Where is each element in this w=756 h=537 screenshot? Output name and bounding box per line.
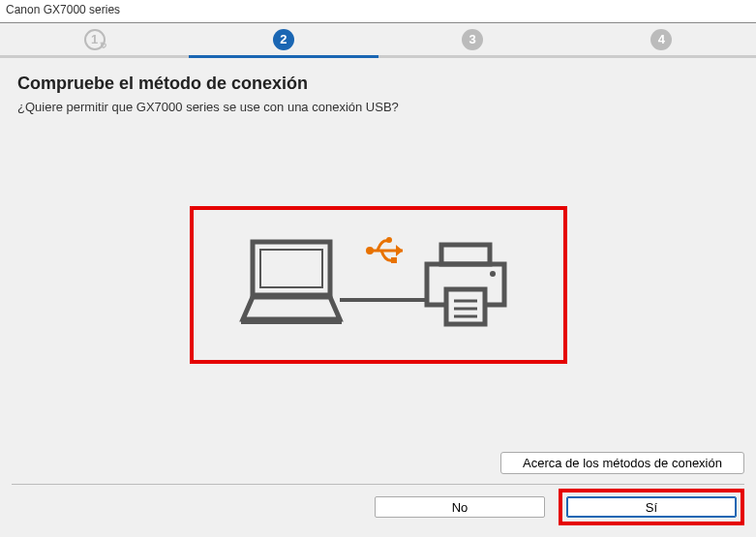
refresh-arrow-icon: ↻ <box>100 41 107 50</box>
step-3: 3 <box>378 23 567 58</box>
step-2-num: 2 <box>280 32 287 46</box>
svg-rect-1 <box>260 250 322 287</box>
step-1-num: 1 <box>91 32 98 46</box>
no-button[interactable]: No <box>375 496 545 518</box>
step-4-num: 4 <box>658 32 665 46</box>
svg-rect-7 <box>441 245 490 264</box>
bottom-button-bar: No Sí <box>375 489 744 525</box>
yes-button[interactable]: Sí <box>566 496 737 518</box>
about-connection-label: Acerca de los métodos de conexión <box>523 456 722 470</box>
usb-diagram-svg <box>224 227 533 343</box>
printer-icon <box>427 245 504 324</box>
svg-point-5 <box>386 237 392 243</box>
info-row: Acerca de los métodos de conexión <box>12 452 744 485</box>
window-titlebar: Canon GX7000 series <box>0 0 756 23</box>
step-3-num: 3 <box>469 32 476 46</box>
svg-rect-10 <box>446 289 485 324</box>
step-2-circle: 2 <box>273 29 294 50</box>
usb-icon <box>366 237 403 263</box>
svg-rect-2 <box>241 319 342 324</box>
window-title: Canon GX7000 series <box>6 3 120 16</box>
step-1-circle: 1 ↻ <box>84 29 106 50</box>
svg-rect-6 <box>391 257 397 263</box>
page-subtext: ¿Quiere permitir que GX7000 series se us… <box>17 100 739 114</box>
page-heading: Compruebe el método de conexión <box>17 74 739 94</box>
step-4: 4 <box>567 23 756 58</box>
content-area: Compruebe el método de conexión ¿Quiere … <box>0 58 756 379</box>
svg-point-9 <box>490 271 496 277</box>
about-connection-methods-button[interactable]: Acerca de los métodos de conexión <box>500 452 744 474</box>
step-4-circle: 4 <box>650 29 672 50</box>
laptop-icon <box>241 242 342 324</box>
step-2: 2 <box>189 23 378 58</box>
step-3-circle: 3 <box>462 29 483 50</box>
step-1: 1 ↻ <box>0 23 189 58</box>
stepper: 1 ↻ 2 3 4 <box>0 23 756 58</box>
no-button-label: No <box>452 500 469 515</box>
yes-button-label: Sí <box>646 500 657 515</box>
connection-diagram <box>190 206 567 364</box>
yes-highlight: Sí <box>559 489 744 525</box>
